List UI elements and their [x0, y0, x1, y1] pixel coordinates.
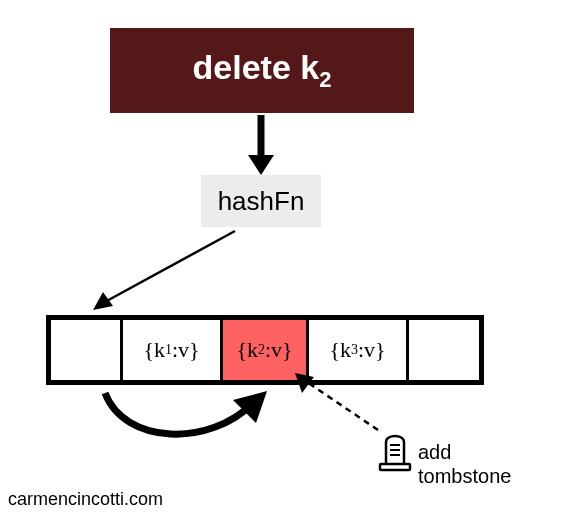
operation-box: delete k2	[110, 28, 414, 113]
cell-3-suffix: :v}	[358, 337, 386, 363]
cell-1-subscript: 1	[165, 342, 172, 358]
cell-2-subscript: 2	[258, 342, 265, 358]
cell-3-subscript: 3	[351, 342, 358, 358]
arrow-to-hashfn	[250, 115, 280, 177]
cell-2-prefix: {k	[236, 337, 258, 363]
cell-1-suffix: :v}	[172, 337, 200, 363]
svg-line-5	[304, 380, 378, 430]
hashfn-label: hashFn	[218, 186, 305, 217]
cell-1-prefix: {k	[143, 337, 165, 363]
attribution: carmencincotti.com	[8, 489, 163, 510]
svg-marker-3	[93, 292, 113, 310]
array-cell-4	[409, 320, 479, 380]
hash-array: {k1:v} {k2:v} {k3:v}	[46, 315, 484, 385]
probe-arrow	[95, 385, 285, 455]
svg-rect-7	[380, 464, 410, 470]
cell-2-suffix: :v}	[265, 337, 293, 363]
svg-line-2	[103, 231, 235, 303]
svg-marker-6	[295, 373, 314, 393]
arrow-hashfn-to-slot	[85, 228, 245, 318]
annotation-line1: add	[418, 440, 511, 464]
svg-marker-1	[248, 155, 274, 175]
operation-prefix: delete k	[193, 48, 320, 86]
tombstone-icon	[376, 428, 414, 472]
operation-text: delete k2	[193, 48, 332, 93]
tombstone-annotation: add tombstone	[418, 440, 511, 488]
array-cell-0	[51, 320, 123, 380]
tombstone-arrow	[290, 370, 390, 440]
annotation-line2: tombstone	[418, 464, 511, 488]
operation-subscript: 2	[319, 67, 331, 92]
array-cell-1: {k1:v}	[123, 320, 223, 380]
cell-3-prefix: {k	[329, 337, 351, 363]
hashfn-box: hashFn	[201, 175, 321, 227]
